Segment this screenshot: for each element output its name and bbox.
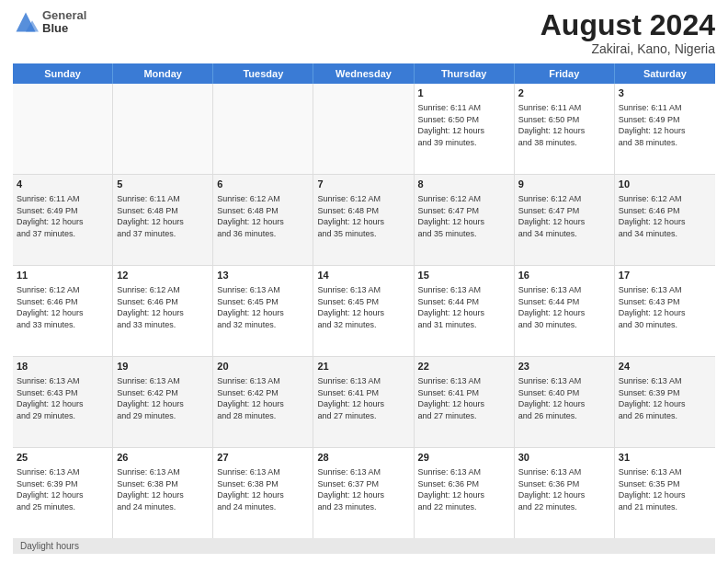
cal-cell-empty-1 bbox=[113, 84, 213, 174]
cal-cell-11: 11Sunrise: 6:12 AM Sunset: 6:46 PM Dayli… bbox=[13, 266, 113, 356]
cal-cell-14: 14Sunrise: 6:13 AM Sunset: 6:45 PM Dayli… bbox=[313, 266, 414, 356]
day-info: Sunrise: 6:11 AM Sunset: 6:49 PM Dayligh… bbox=[17, 193, 108, 239]
day-info: Sunrise: 6:12 AM Sunset: 6:48 PM Dayligh… bbox=[217, 193, 309, 239]
day-info: Sunrise: 6:13 AM Sunset: 6:39 PM Dayligh… bbox=[17, 466, 108, 512]
cal-cell-10: 10Sunrise: 6:12 AM Sunset: 6:46 PM Dayli… bbox=[615, 175, 715, 265]
cal-header-sunday: Sunday bbox=[13, 63, 113, 84]
day-info: Sunrise: 6:13 AM Sunset: 6:35 PM Dayligh… bbox=[619, 466, 711, 512]
cal-cell-18: 18Sunrise: 6:13 AM Sunset: 6:43 PM Dayli… bbox=[13, 357, 113, 447]
day-number: 20 bbox=[217, 360, 309, 373]
day-number: 12 bbox=[117, 269, 209, 282]
day-info: Sunrise: 6:13 AM Sunset: 6:41 PM Dayligh… bbox=[317, 375, 409, 421]
cal-week-4: 18Sunrise: 6:13 AM Sunset: 6:43 PM Dayli… bbox=[13, 357, 715, 448]
subtitle: Zakirai, Kano, Nigeria bbox=[540, 41, 715, 56]
cal-cell-empty-3 bbox=[313, 84, 414, 174]
day-number: 4 bbox=[17, 178, 108, 191]
main-title: August 2024 bbox=[540, 9, 715, 41]
day-number: 7 bbox=[317, 178, 409, 191]
cal-cell-2: 2Sunrise: 6:11 AM Sunset: 6:50 PM Daylig… bbox=[515, 84, 615, 174]
day-number: 25 bbox=[17, 451, 108, 465]
cal-cell-empty-0 bbox=[13, 84, 113, 174]
day-number: 13 bbox=[217, 269, 309, 282]
day-number: 11 bbox=[17, 269, 108, 282]
day-number: 6 bbox=[217, 178, 309, 191]
cal-header-friday: Friday bbox=[515, 63, 615, 84]
cal-cell-16: 16Sunrise: 6:13 AM Sunset: 6:44 PM Dayli… bbox=[515, 266, 615, 356]
cal-cell-25: 25Sunrise: 6:13 AM Sunset: 6:39 PM Dayli… bbox=[13, 448, 113, 538]
day-info: Sunrise: 6:13 AM Sunset: 6:36 PM Dayligh… bbox=[418, 466, 510, 512]
cal-cell-24: 24Sunrise: 6:13 AM Sunset: 6:39 PM Dayli… bbox=[615, 357, 715, 447]
logo-icon bbox=[13, 9, 39, 35]
cal-cell-23: 23Sunrise: 6:13 AM Sunset: 6:40 PM Dayli… bbox=[515, 357, 615, 447]
cal-cell-5: 5Sunrise: 6:11 AM Sunset: 6:48 PM Daylig… bbox=[113, 175, 213, 265]
cal-header-tuesday: Tuesday bbox=[213, 63, 313, 84]
cal-week-3: 11Sunrise: 6:12 AM Sunset: 6:46 PM Dayli… bbox=[13, 266, 715, 357]
title-section: August 2024 Zakirai, Kano, Nigeria bbox=[540, 9, 715, 56]
day-info: Sunrise: 6:11 AM Sunset: 6:48 PM Dayligh… bbox=[117, 193, 209, 239]
cal-cell-6: 6Sunrise: 6:12 AM Sunset: 6:48 PM Daylig… bbox=[213, 175, 313, 265]
day-number: 27 bbox=[217, 451, 309, 465]
day-number: 24 bbox=[619, 360, 711, 373]
day-info: Sunrise: 6:13 AM Sunset: 6:37 PM Dayligh… bbox=[317, 466, 409, 512]
day-number: 3 bbox=[619, 86, 711, 100]
cal-cell-empty-2 bbox=[213, 84, 313, 174]
day-number: 9 bbox=[518, 178, 610, 191]
cal-cell-28: 28Sunrise: 6:13 AM Sunset: 6:37 PM Dayli… bbox=[313, 448, 414, 538]
day-info: Sunrise: 6:13 AM Sunset: 6:36 PM Dayligh… bbox=[518, 466, 610, 512]
cal-header-thursday: Thursday bbox=[415, 63, 515, 84]
day-number: 16 bbox=[518, 269, 610, 282]
day-number: 26 bbox=[117, 451, 209, 465]
day-info: Sunrise: 6:11 AM Sunset: 6:50 PM Dayligh… bbox=[418, 102, 510, 148]
cal-cell-27: 27Sunrise: 6:13 AM Sunset: 6:38 PM Dayli… bbox=[213, 448, 313, 538]
day-number: 14 bbox=[317, 269, 409, 282]
day-number: 17 bbox=[619, 269, 711, 282]
day-info: Sunrise: 6:12 AM Sunset: 6:46 PM Dayligh… bbox=[619, 193, 711, 239]
day-info: Sunrise: 6:13 AM Sunset: 6:38 PM Dayligh… bbox=[117, 466, 209, 512]
day-number: 5 bbox=[117, 178, 209, 191]
note-text: Daylight hours bbox=[20, 541, 79, 551]
day-number: 15 bbox=[418, 269, 510, 282]
day-number: 1 bbox=[418, 86, 510, 100]
day-number: 8 bbox=[418, 178, 510, 191]
logo-line2: Blue bbox=[42, 22, 86, 35]
calendar-body: 1Sunrise: 6:11 AM Sunset: 6:50 PM Daylig… bbox=[13, 84, 715, 538]
cal-cell-20: 20Sunrise: 6:13 AM Sunset: 6:42 PM Dayli… bbox=[213, 357, 313, 447]
cal-cell-21: 21Sunrise: 6:13 AM Sunset: 6:41 PM Dayli… bbox=[313, 357, 414, 447]
day-info: Sunrise: 6:13 AM Sunset: 6:38 PM Dayligh… bbox=[217, 466, 309, 512]
day-info: Sunrise: 6:13 AM Sunset: 6:39 PM Dayligh… bbox=[619, 375, 711, 421]
cal-cell-13: 13Sunrise: 6:13 AM Sunset: 6:45 PM Dayli… bbox=[213, 266, 313, 356]
day-info: Sunrise: 6:13 AM Sunset: 6:43 PM Dayligh… bbox=[619, 284, 711, 330]
day-number: 22 bbox=[418, 360, 510, 373]
day-info: Sunrise: 6:12 AM Sunset: 6:47 PM Dayligh… bbox=[418, 193, 510, 239]
day-info: Sunrise: 6:13 AM Sunset: 6:45 PM Dayligh… bbox=[317, 284, 409, 330]
cal-cell-1: 1Sunrise: 6:11 AM Sunset: 6:50 PM Daylig… bbox=[415, 84, 515, 174]
main-container: General Blue August 2024 Zakirai, Kano, … bbox=[0, 0, 728, 563]
day-number: 29 bbox=[418, 451, 510, 465]
note-bar: Daylight hours bbox=[13, 538, 715, 554]
day-info: Sunrise: 6:13 AM Sunset: 6:41 PM Dayligh… bbox=[418, 375, 510, 421]
cal-cell-4: 4Sunrise: 6:11 AM Sunset: 6:49 PM Daylig… bbox=[13, 175, 113, 265]
cal-cell-9: 9Sunrise: 6:12 AM Sunset: 6:47 PM Daylig… bbox=[515, 175, 615, 265]
cal-cell-3: 3Sunrise: 6:11 AM Sunset: 6:49 PM Daylig… bbox=[615, 84, 715, 174]
cal-cell-7: 7Sunrise: 6:12 AM Sunset: 6:48 PM Daylig… bbox=[313, 175, 414, 265]
cal-cell-22: 22Sunrise: 6:13 AM Sunset: 6:41 PM Dayli… bbox=[415, 357, 515, 447]
cal-cell-8: 8Sunrise: 6:12 AM Sunset: 6:47 PM Daylig… bbox=[415, 175, 515, 265]
header: General Blue August 2024 Zakirai, Kano, … bbox=[13, 9, 715, 56]
day-info: Sunrise: 6:13 AM Sunset: 6:42 PM Dayligh… bbox=[217, 375, 309, 421]
day-info: Sunrise: 6:13 AM Sunset: 6:40 PM Dayligh… bbox=[518, 375, 610, 421]
cal-week-5: 25Sunrise: 6:13 AM Sunset: 6:39 PM Dayli… bbox=[13, 448, 715, 538]
day-number: 10 bbox=[619, 178, 711, 191]
cal-cell-31: 31Sunrise: 6:13 AM Sunset: 6:35 PM Dayli… bbox=[615, 448, 715, 538]
day-number: 23 bbox=[518, 360, 610, 373]
cal-header-saturday: Saturday bbox=[615, 63, 715, 84]
day-info: Sunrise: 6:11 AM Sunset: 6:50 PM Dayligh… bbox=[518, 102, 610, 148]
day-number: 30 bbox=[518, 451, 610, 465]
day-info: Sunrise: 6:12 AM Sunset: 6:48 PM Dayligh… bbox=[317, 193, 409, 239]
cal-week-2: 4Sunrise: 6:11 AM Sunset: 6:49 PM Daylig… bbox=[13, 175, 715, 266]
cal-cell-30: 30Sunrise: 6:13 AM Sunset: 6:36 PM Dayli… bbox=[515, 448, 615, 538]
day-info: Sunrise: 6:13 AM Sunset: 6:45 PM Dayligh… bbox=[217, 284, 309, 330]
logo-text: General Blue bbox=[42, 9, 86, 36]
day-info: Sunrise: 6:13 AM Sunset: 6:42 PM Dayligh… bbox=[117, 375, 209, 421]
day-info: Sunrise: 6:13 AM Sunset: 6:43 PM Dayligh… bbox=[17, 375, 108, 421]
logo: General Blue bbox=[13, 9, 86, 36]
